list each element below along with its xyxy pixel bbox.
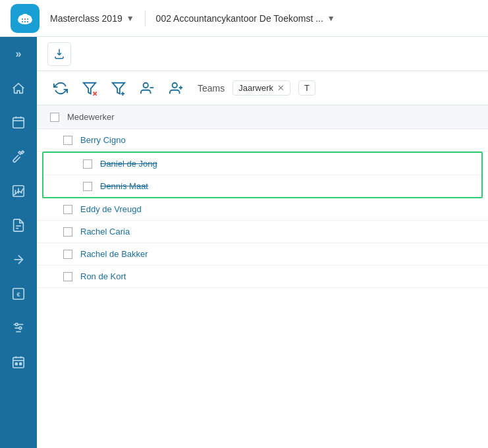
sidebar-item-timer[interactable] — [0, 105, 37, 140]
refresh-button[interactable] — [50, 78, 71, 99]
svg-rect-32 — [20, 363, 22, 365]
filter-tag-jaarwerk-label: Jaarwerk — [238, 83, 273, 93]
svg-rect-8 — [24, 21, 26, 22]
row-checkbox[interactable] — [83, 159, 92, 169]
user-add-button[interactable] — [166, 78, 187, 99]
top-divider — [145, 11, 146, 26]
workspace-label: Masterclass 2019 — [50, 13, 122, 24]
header-checkbox[interactable] — [50, 113, 59, 122]
account-selector[interactable]: 002 Accountancykantoor De Toekomst ... ▼ — [156, 13, 335, 24]
main-layout: » — [0, 37, 488, 448]
filter-lines-icon — [11, 321, 26, 335]
sidebar-item-expand[interactable]: » — [0, 37, 37, 71]
sidebar-item-filter[interactable] — [0, 311, 37, 345]
row-name: Ron de Kort — [80, 271, 126, 281]
svg-rect-4 — [22, 18, 23, 20]
app-logo[interactable] — [11, 4, 40, 33]
refresh-icon — [53, 81, 68, 96]
list-item[interactable]: Ron de Kort — [37, 266, 488, 288]
filter-tag-t[interactable]: T — [298, 80, 315, 96]
hammer-icon — [11, 150, 26, 164]
selected-group-box: Daniel de Jong Dennis Maat — [42, 152, 483, 198]
filter-remove-button[interactable] — [79, 78, 100, 99]
filter-add-icon — [111, 81, 126, 96]
svg-rect-5 — [24, 18, 26, 20]
svg-text:€: € — [16, 291, 20, 298]
user-add-icon — [169, 81, 184, 96]
row-checkbox[interactable] — [63, 250, 72, 259]
row-checkbox[interactable] — [63, 205, 72, 214]
list-item[interactable]: Rachel Caria — [37, 221, 488, 243]
row-checkbox[interactable] — [63, 136, 72, 145]
row-name: Rachel de Bakker — [80, 249, 148, 259]
document-icon — [11, 218, 26, 233]
row-name: Eddy de Vreugd — [80, 204, 142, 214]
content-area: Teams Jaarwerk ✕ T Medewerker Berry Cign… — [37, 37, 488, 448]
svg-point-26 — [19, 327, 22, 329]
account-label: 002 Accountancykantoor De Toekomst ... — [156, 13, 323, 24]
list-area: Medewerker Berry Cigno Daniel de Jong De… — [37, 105, 488, 448]
filter-tag-jaarwerk[interactable]: Jaarwerk ✕ — [232, 80, 290, 96]
row-name: Berry Cigno — [80, 135, 126, 145]
svg-rect-31 — [15, 363, 17, 365]
download-button[interactable] — [47, 42, 71, 66]
sidebar-item-tools[interactable] — [0, 140, 37, 174]
svg-rect-6 — [27, 18, 28, 20]
row-name: Daniel de Jong — [100, 159, 157, 169]
row-checkbox[interactable] — [63, 272, 72, 281]
top-bar: Masterclass 2019 ▼ 002 Accountancykantoo… — [0, 0, 488, 37]
list-item[interactable]: Berry Cigno — [37, 129, 488, 152]
export-icon — [11, 252, 26, 267]
workspace-chevron: ▼ — [126, 14, 134, 23]
sidebar-item-export[interactable] — [0, 242, 37, 277]
euro-icon: € — [11, 287, 26, 301]
svg-point-39 — [144, 82, 148, 87]
timer-icon — [11, 115, 26, 130]
svg-rect-27 — [13, 358, 24, 368]
sidebar-item-euro[interactable]: € — [0, 277, 37, 311]
sidebar-item-home[interactable] — [0, 71, 37, 105]
svg-rect-7 — [22, 21, 23, 22]
sidebar-item-document[interactable] — [0, 208, 37, 242]
download-icon — [53, 48, 65, 60]
svg-rect-10 — [13, 118, 24, 128]
list-header: Medewerker — [37, 105, 488, 129]
list-item[interactable]: Daniel de Jong — [43, 153, 481, 175]
home-icon — [11, 81, 26, 96]
list-header-label: Medewerker — [67, 112, 115, 122]
filter-remove-icon — [82, 81, 97, 96]
filter-bar: Teams Jaarwerk ✕ T — [37, 71, 488, 105]
row-name: Rachel Caria — [80, 227, 130, 237]
filter-tag-jaarwerk-close[interactable]: ✕ — [277, 83, 285, 93]
svg-rect-9 — [27, 21, 28, 22]
sidebar-item-calendar[interactable] — [0, 345, 37, 379]
filter-add-button[interactable] — [108, 78, 129, 99]
calendar-icon — [11, 355, 26, 370]
teams-label: Teams — [198, 83, 225, 94]
row-checkbox[interactable] — [83, 182, 92, 191]
toolbar — [37, 37, 488, 71]
chart-icon — [11, 184, 26, 198]
list-item[interactable]: Rachel de Bakker — [37, 243, 488, 266]
workspace-selector[interactable]: Masterclass 2019 ▼ — [50, 13, 134, 24]
svg-point-25 — [15, 323, 18, 326]
list-item[interactable]: Dennis Maat — [43, 175, 481, 197]
sidebar-item-chart[interactable] — [0, 174, 37, 208]
list-item[interactable]: Eddy de Vreugd — [37, 198, 488, 221]
svg-point-41 — [173, 82, 177, 87]
expand-chevron-icon: » — [16, 48, 22, 60]
user-remove-icon — [140, 81, 155, 96]
user-remove-button[interactable] — [137, 78, 158, 99]
row-name: Dennis Maat — [100, 181, 148, 191]
filter-tag-t-label: T — [304, 83, 310, 93]
row-checkbox[interactable] — [63, 227, 72, 237]
sidebar: » — [0, 37, 37, 448]
account-chevron: ▼ — [327, 14, 335, 23]
